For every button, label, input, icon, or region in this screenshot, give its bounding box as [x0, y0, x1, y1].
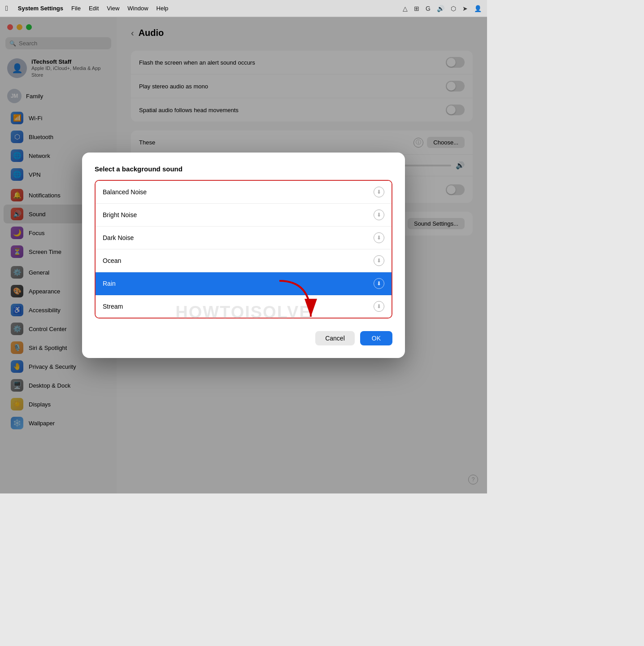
sound-item-label-stream: Stream — [103, 303, 123, 310]
menu-help[interactable]: Help — [157, 5, 169, 12]
sound-item-stream[interactable]: Stream ⬇ — [96, 295, 392, 318]
sound-item-label-rain: Rain — [103, 280, 116, 287]
sound-item-label-dark: Dark Noise — [103, 234, 134, 241]
menu-edit[interactable]: Edit — [89, 5, 99, 12]
cancel-button[interactable]: Cancel — [315, 331, 355, 345]
grid-icon[interactable]: ⊞ — [414, 5, 419, 12]
download-icon-rain: ⬇ — [374, 278, 384, 289]
app-name[interactable]: System Settings — [18, 5, 63, 12]
background-sound-modal: Select a background sound Balanced Noise… — [82, 153, 405, 358]
modal-buttons: Cancel OK — [95, 331, 392, 345]
sound-item-bright[interactable]: Bright Noise ⬇ — [96, 204, 392, 227]
app-window: 🔍 👤 iTechsoft Staff Apple ID, iCloud+, M… — [0, 17, 487, 493]
download-icon-ocean: ⬇ — [374, 255, 384, 266]
sound-item-dark[interactable]: Dark Noise ⬇ — [96, 227, 392, 249]
apple-menu[interactable]:  — [5, 4, 8, 13]
arrow-icon[interactable]: ➤ — [462, 5, 468, 12]
sound-list: Balanced Noise ⬇ Bright Noise ⬇ Dark Noi… — [95, 180, 392, 319]
sound-item-balanced[interactable]: Balanced Noise ⬇ — [96, 181, 392, 204]
drafts-icon[interactable]: △ — [403, 5, 408, 12]
sound-item-label-ocean: Ocean — [103, 257, 121, 264]
sound-item-label-bright: Bright Noise — [103, 211, 137, 218]
menu-view[interactable]: View — [107, 5, 119, 12]
modal-overlay[interactable]: Select a background sound Balanced Noise… — [0, 17, 487, 493]
menu-bar-right: △ ⊞ G 🔊 ⬡ ➤ 👤 — [403, 5, 482, 12]
volume-icon[interactable]: 🔊 — [437, 5, 444, 12]
download-icon-dark: ⬇ — [374, 232, 384, 243]
user-icon[interactable]: 👤 — [474, 5, 482, 12]
menu-file[interactable]: File — [71, 5, 81, 12]
sound-item-rain[interactable]: Rain ⬇ — [96, 272, 392, 295]
modal-title: Select a background sound — [95, 165, 392, 173]
download-icon-balanced: ⬇ — [374, 187, 384, 197]
sound-item-label-balanced: Balanced Noise — [103, 188, 147, 196]
sound-item-ocean[interactable]: Ocean ⬇ — [96, 249, 392, 272]
download-icon-bright: ⬇ — [374, 210, 384, 220]
grammarly-icon[interactable]: G — [426, 5, 431, 12]
download-icon-stream: ⬇ — [374, 301, 384, 312]
bluetooth-menu-icon[interactable]: ⬡ — [451, 5, 456, 12]
ok-button[interactable]: OK — [360, 331, 392, 345]
menu-bar:  System Settings File Edit View Window … — [0, 0, 487, 17]
menu-window[interactable]: Window — [127, 5, 148, 12]
